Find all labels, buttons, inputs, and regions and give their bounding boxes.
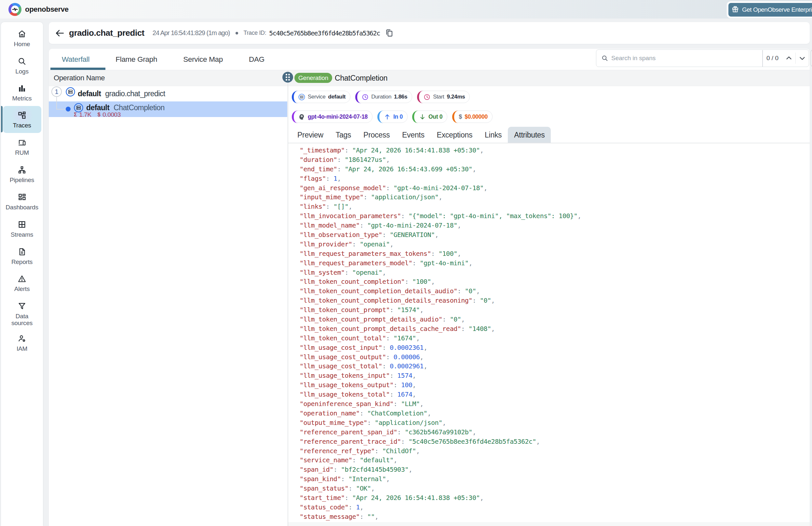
search-icon	[601, 55, 608, 62]
tree-node-dot	[66, 107, 71, 111]
arrow-left-icon	[55, 28, 65, 39]
pipeline-tree-icon	[17, 165, 26, 174]
sidebar-item-iam[interactable]: IAM	[1, 330, 43, 356]
span-detail-tabs: PreviewTagsProcessEventsExceptionsLinksA…	[291, 127, 551, 144]
chip-value: In 0	[393, 114, 403, 120]
operation-name-header: Operation Name	[54, 70, 105, 86]
view-tab-dag[interactable]: DAG	[236, 49, 277, 70]
row-service-name: default	[86, 103, 109, 112]
row-span-stats: Σ 1.7K $ 0.0003	[74, 111, 121, 118]
separator-dot	[235, 32, 238, 34]
drag-dots-icon	[286, 74, 290, 81]
sidebar-item-data-sources[interactable]: Datasources	[1, 297, 43, 331]
attribute-line-duration: "duration": "1861427us",	[300, 155, 807, 165]
enterprise-button-wrap: Get OpenObserve Enterprise	[727, 1, 812, 18]
sidebar-item-dashboards[interactable]: Dashboards	[1, 188, 43, 215]
attribute-line-flags: "flags": 1,	[300, 174, 807, 183]
back-button[interactable]	[53, 27, 67, 39]
attribute-line-llm_usage_cost_output: "llm_usage_cost_output": 0.00006,	[300, 352, 807, 362]
sidebar-item-rum[interactable]: RUM	[1, 134, 43, 160]
attribute-line-llm_model_name: "llm_model_name": "gpt-4o-mini-2024-07-1…	[300, 221, 807, 230]
sidebar-item-home[interactable]: Home	[1, 25, 43, 52]
attribute-line-openinference_span_kind: "openinference_span_kind": "LLM",	[300, 399, 807, 409]
span-search-box: 0 / 0	[596, 49, 809, 67]
attribute-line-llm_provider: "llm_provider": "openai",	[300, 240, 807, 249]
span-kind-badge: Generation	[294, 73, 332, 83]
span-chip-start: Start9.24ms	[417, 91, 470, 103]
detail-tab-events[interactable]: Events	[396, 127, 431, 144]
sidebar-item-label: Dashboards	[5, 204, 38, 211]
attribute-line-operation_name: "operation_name": "ChatCompletion",	[300, 409, 807, 418]
attributes-json: "_timestamp": "Apr 24, 2026 16:54:41.838…	[300, 146, 807, 522]
search-in-spans-input[interactable]	[611, 51, 762, 66]
sidebar-item-streams[interactable]: Streams	[1, 215, 43, 242]
attribute-line-links: "links": "[]",	[300, 202, 807, 211]
attribute-line-llm_usage_tokens_input: "llm_usage_tokens_input": 1574,	[300, 371, 807, 380]
attribute-line-input_mime_type: "input_mime_type": "application/json",	[300, 193, 807, 202]
sidebar-item-label: Metrics	[12, 95, 32, 102]
span-chip--0-00000: $$0.00000	[452, 110, 493, 123]
sidebar: HomeLogsMetricsTracesRUMPipelinesDashboa…	[1, 22, 43, 526]
detail-tab-links[interactable]: Links	[479, 127, 508, 144]
span-service-icon	[298, 94, 305, 101]
sidebar-item-label: Streams	[11, 231, 33, 238]
chip-value: Out 0	[429, 114, 443, 120]
attribute-line-output_mime_type: "output_mime_type": "application/json",	[300, 418, 807, 427]
get-enterprise-button[interactable]: Get OpenObserve Enterprise	[728, 3, 812, 17]
attribute-line-reference_parent_trace_id: "reference_parent_trace_id": "5c40c5e765…	[300, 437, 807, 446]
sidebar-item-reports[interactable]: Reports	[1, 243, 43, 270]
panel-splitter[interactable]	[288, 70, 288, 526]
sidebar-item-alerts[interactable]: Alerts	[1, 270, 43, 297]
detail-tab-process[interactable]: Process	[357, 127, 396, 144]
chevron-up-icon	[785, 54, 793, 62]
sidebar-item-label: Alerts	[14, 285, 30, 292]
attribute-line-span_id: "span_id": "bf2cfd4145b45903",	[300, 465, 807, 474]
arrow-up-icon	[384, 114, 391, 120]
trace-header-card: gradio.chat_predict 24 Apr 16:54:41:829 …	[49, 22, 810, 44]
attribute-line-llm_token_count_total: "llm_token_count_total": "1674",	[300, 333, 807, 343]
sidebar-item-traces[interactable]: Traces	[1, 106, 43, 133]
sidebar-item-label: IAM	[17, 345, 27, 352]
clock-icon	[423, 94, 431, 101]
row-token-count: 1.7K	[79, 111, 91, 118]
span-meta-chips-row1: ServicedefaultDuration1.86sStart9.24ms	[292, 91, 470, 103]
chip-value: gpt-4o-mini-2024-07-18	[308, 114, 367, 120]
chip-value: 9.24ms	[447, 94, 465, 100]
top-header: openobserve Get OpenObserve Enterprise	[0, 0, 812, 18]
attribute-line-reference_ref_type: "reference_ref_type": "ChildOf",	[300, 446, 807, 456]
span-chip-duration: Duration1.86s	[355, 91, 412, 103]
cost-dollar-icon: $	[98, 112, 101, 118]
view-tab-service-map[interactable]: Service Map	[170, 49, 236, 70]
search-prev-button[interactable]	[782, 51, 795, 66]
attribute-line-llm_request_parameters_model: "llm_request_parameters_model": "gpt-4o-…	[300, 258, 807, 268]
span-count-badge: 1	[52, 87, 62, 97]
openobserve-logo-icon	[9, 3, 21, 16]
attribute-line-start_time: "start_time": "Apr 24, 2026 16:54:41.838…	[300, 493, 807, 502]
detail-tab-tags[interactable]: Tags	[330, 127, 357, 144]
view-tab-flame-graph[interactable]: Flame Graph	[102, 49, 170, 70]
trace-timestamp: 24 Apr 16:54:41:829 (1m ago)	[153, 29, 230, 37]
chip-value: 1.86s	[394, 94, 407, 100]
attribute-line-_timestamp: "_timestamp": "Apr 24, 2026 16:54:41.838…	[300, 146, 807, 155]
get-enterprise-label: Get OpenObserve Enterprise	[742, 6, 812, 13]
detail-tab-exceptions[interactable]: Exceptions	[431, 127, 479, 144]
search-next-button[interactable]	[796, 51, 809, 66]
sidebar-item-pipelines[interactable]: Pipelines	[1, 161, 43, 187]
attribute-line-llm_token_count_prompt: "llm_token_count_prompt": "1574",	[300, 305, 807, 315]
sidebar-item-label: Datasources	[11, 313, 32, 326]
chevron-down-icon	[798, 54, 806, 62]
chip-value: default	[328, 94, 346, 100]
copy-trace-id-button[interactable]	[384, 28, 395, 39]
detail-tab-preview[interactable]: Preview	[291, 127, 330, 144]
view-tab-waterfall[interactable]: Waterfall	[49, 49, 102, 70]
row-service-name: default	[78, 89, 101, 98]
tokens-sigma-icon: Σ	[74, 112, 77, 118]
detail-tab-attributes[interactable]: Attributes	[508, 127, 551, 144]
pulse-icon	[11, 6, 18, 13]
attribute-line-end_time: "end_time": "Apr 24, 2026 16:54:43.699 +…	[300, 165, 807, 174]
sidebar-item-metrics[interactable]: Metrics	[1, 79, 43, 106]
attribute-line-status_code: "status_code": 1,	[300, 502, 807, 512]
attribute-line-llm_usage_tokens_total: "llm_usage_tokens_total": 1674,	[300, 390, 807, 399]
sidebar-item-logs[interactable]: Logs	[1, 52, 43, 79]
splitter-drag-handle[interactable]	[282, 72, 293, 82]
